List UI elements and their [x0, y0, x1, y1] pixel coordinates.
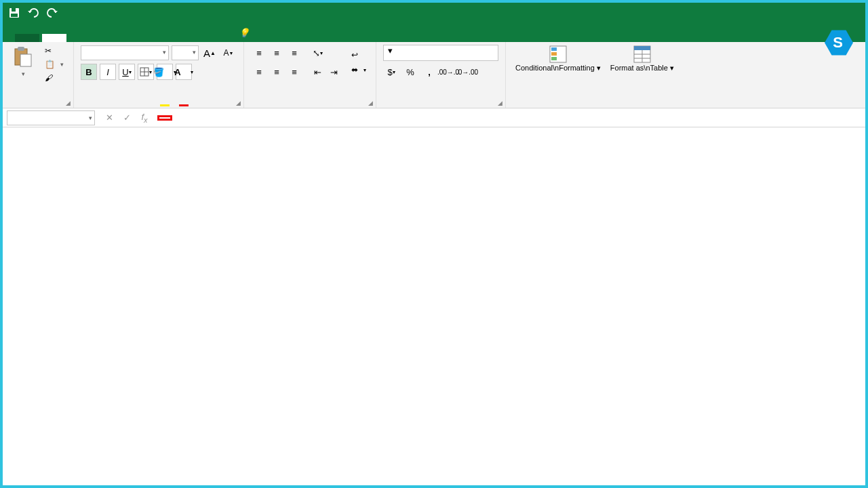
cond-fmt-icon [549, 45, 568, 64]
quick-access-toolbar [8, 7, 58, 19]
merge-center-button[interactable]: ⬌▾ [349, 64, 369, 76]
paste-icon [14, 46, 33, 68]
brush-icon: 🖌 [45, 73, 53, 83]
chevron-down-icon: ▾ [22, 70, 25, 77]
fill-color-button[interactable]: 🪣▾ [157, 64, 173, 80]
ribbon: ▾ ✂ 📋▾ 🖌 ◢ ▾ ▾ A▲ A▼ B [3, 42, 865, 108]
fmt-table-label: Format as\nTable ▾ [610, 64, 674, 72]
dialog-launcher-icon[interactable]: ◢ [236, 100, 241, 106]
font-name-select[interactable]: ▾ [81, 45, 169, 60]
group-clipboard: ▾ ✂ 📋▾ 🖌 ◢ [3, 42, 74, 108]
font-size-select[interactable]: ▾ [172, 45, 199, 60]
align-right-button[interactable]: ≡ [286, 64, 302, 80]
svg-rect-14 [634, 46, 650, 50]
merge-icon: ⬌ [351, 65, 358, 75]
svg-rect-2 [11, 14, 18, 17]
copy-icon: 📋 [45, 60, 55, 69]
bulb-icon: 💡 [239, 28, 250, 38]
tab-page-layout[interactable] [96, 34, 121, 42]
conditional-formatting-button[interactable]: Conditional\nFormatting ▾ [513, 45, 604, 72]
font-color-button[interactable]: A▾ [176, 64, 192, 80]
group-font: ▾ ▾ A▲ A▼ B I U▾ ▾ 🪣▾ A▾ ◢ [74, 42, 244, 108]
table-icon [633, 45, 652, 64]
formula-input[interactable] [153, 115, 865, 121]
tab-view[interactable] [205, 34, 229, 42]
format-as-table-button[interactable]: Format as\nTable ▾ [608, 45, 677, 72]
svg-rect-5 [20, 54, 31, 66]
shrink-font-button[interactable]: A▼ [220, 45, 237, 61]
titlebar [3, 3, 865, 23]
scissors-icon: ✂ [45, 46, 52, 56]
chevron-down-icon: ▾ [163, 49, 166, 56]
orientation-button[interactable]: ⤡▾ [309, 45, 326, 61]
group-styles: Conditional\nFormatting ▾ Format as\nTab… [506, 42, 684, 108]
decrease-indent-button[interactable]: ⇤ [309, 64, 326, 80]
tab-review[interactable] [178, 34, 202, 42]
decrease-decimal-button[interactable]: .0→.00 [459, 64, 475, 80]
svg-rect-11 [551, 52, 557, 56]
bold-button[interactable]: B [81, 64, 97, 80]
format-painter-button[interactable]: 🖌 [42, 72, 66, 84]
sheet[interactable] [3, 127, 865, 485]
align-bottom-button[interactable]: ≡ [286, 45, 302, 61]
tab-insert[interactable] [69, 34, 94, 42]
enter-icon[interactable]: ✓ [118, 110, 136, 125]
wrap-text-button[interactable]: ↩ [349, 49, 369, 61]
tab-home[interactable] [42, 34, 66, 42]
dialog-launcher-icon[interactable]: ◢ [368, 100, 373, 106]
comma-button[interactable]: , [421, 64, 437, 80]
dialog-launcher-icon[interactable]: ◢ [498, 100, 502, 106]
formula-bar: ▾ ✕ ✓ fx [3, 108, 865, 127]
formula-highlight-box [157, 115, 172, 121]
increase-decimal-button[interactable]: .00→.0 [440, 64, 456, 80]
ribbon-tabs: 💡 [3, 23, 865, 42]
grow-font-button[interactable]: A▲ [201, 45, 218, 61]
paste-button[interactable]: ▾ [9, 45, 37, 105]
group-number: ▾ $▾ % , .00→.0 .0→.00 ◢ [376, 42, 506, 108]
cond-fmt-label: Conditional\nFormatting ▾ [515, 64, 601, 72]
number-format-select[interactable]: ▾ [383, 45, 498, 61]
underline-button[interactable]: U▾ [119, 64, 135, 80]
dialog-launcher-icon[interactable]: ◢ [66, 100, 71, 106]
align-center-button[interactable]: ≡ [269, 64, 285, 80]
group-alignment: ≡ ≡ ≡ ≡ ≡ ≡ ⤡▾ ⇤ ⇥ [244, 42, 376, 108]
svg-rect-1 [12, 8, 16, 12]
chevron-down-icon: ▾ [193, 49, 196, 56]
align-top-button[interactable]: ≡ [251, 45, 267, 61]
cut-button[interactable]: ✂ [42, 45, 66, 57]
fx-icon[interactable]: fx [136, 110, 153, 125]
undo-icon[interactable] [27, 7, 39, 19]
tab-file[interactable] [15, 34, 39, 42]
align-left-button[interactable]: ≡ [251, 64, 267, 80]
chevron-down-icon: ▾ [89, 115, 92, 121]
bucket-icon: 🪣 [153, 67, 164, 77]
wrap-icon: ↩ [351, 50, 358, 60]
save-icon[interactable] [8, 7, 20, 19]
italic-button[interactable]: I [100, 64, 116, 80]
increase-indent-button[interactable]: ⇥ [326, 64, 342, 80]
copy-button[interactable]: 📋▾ [42, 58, 66, 70]
svg-rect-4 [18, 47, 24, 51]
svg-rect-10 [551, 47, 557, 51]
currency-button[interactable]: $▾ [383, 64, 399, 80]
tab-data[interactable] [151, 34, 175, 42]
borders-button[interactable]: ▾ [138, 64, 154, 80]
tab-formulas[interactable] [123, 34, 148, 42]
svg-rect-12 [551, 57, 557, 60]
percent-button[interactable]: % [402, 64, 418, 80]
cancel-icon[interactable]: ✕ [100, 110, 118, 125]
chevron-down-icon: ▾ [388, 45, 393, 56]
redo-icon[interactable] [46, 7, 58, 19]
name-box[interactable]: ▾ [7, 110, 95, 125]
align-middle-button[interactable]: ≡ [269, 45, 285, 61]
tell-me[interactable]: 💡 [232, 24, 260, 42]
